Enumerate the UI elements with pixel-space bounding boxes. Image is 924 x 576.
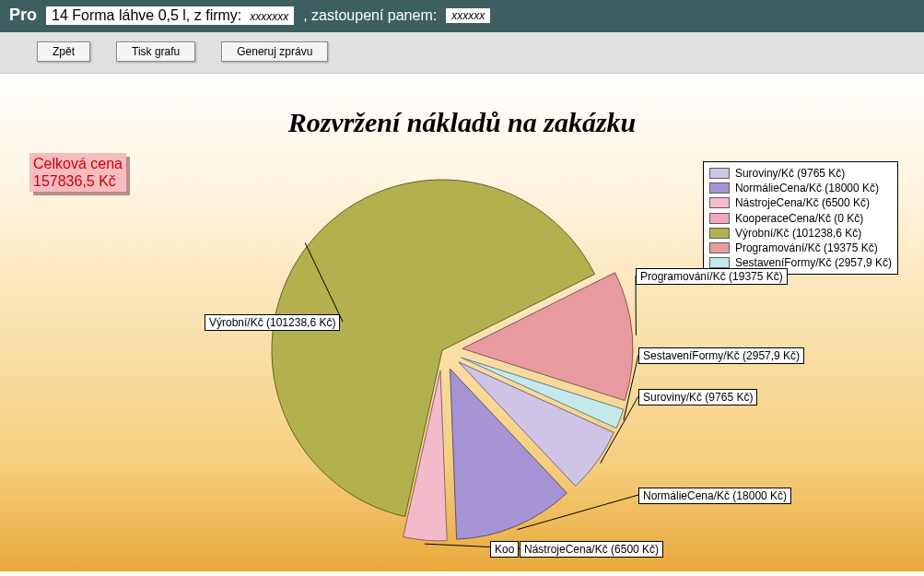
legend-item: Výrobní/Kč (101238,6 Kč) <box>709 226 892 241</box>
legend-item: KooperaceCena/Kč (0 Kč) <box>709 211 892 226</box>
slice-label: SestaveníFormy/Kč (2957,9 Kč) <box>638 347 804 364</box>
legend-swatch <box>709 213 730 224</box>
slice-label: Programování/Kč (19375 Kč) <box>636 268 788 285</box>
legend-label: NormálieCena/Kč (18000 Kč) <box>735 181 879 195</box>
legend: Suroviny/Kč (9765 Kč)NormálieCena/Kč (18… <box>703 161 898 275</box>
header-rep-field: xxxxxx <box>446 8 490 23</box>
slice-label: NormálieCena/Kč (18000 Kč) <box>638 488 791 504</box>
legend-swatch <box>709 197 730 208</box>
chart-title: Rozvržení nákladů na zakázku <box>0 107 924 138</box>
header-form-field: 14 Forma láhve 0,5 l, z firmy: xxxxxxx <box>46 6 294 25</box>
legend-swatch <box>709 168 730 179</box>
toolbar: Zpět Tisk grafu Generuj zprávu <box>0 32 924 74</box>
header-form-text: 14 Forma láhve 0,5 l, z firmy: <box>52 7 241 23</box>
chart-area: Rozvržení nákladů na zakázku Celková cen… <box>0 74 924 571</box>
legend-swatch <box>709 182 730 194</box>
legend-label: NástrojeCena/Kč (6500 Kč) <box>735 195 870 210</box>
print-chart-button[interactable]: Tisk grafu <box>116 41 195 62</box>
legend-label: Výrobní/Kč (101238,6 Kč) <box>735 226 861 241</box>
legend-label: KooperaceCena/Kč (0 Kč) <box>735 211 863 226</box>
total-price-box: Celková cena 157836,5 Kč <box>29 153 126 192</box>
back-button[interactable]: Zpět <box>37 41 90 62</box>
legend-label: Programování/Kč (19375 Kč) <box>735 241 878 255</box>
header-bar: Pro 14 Forma láhve 0,5 l, z firmy: xxxxx… <box>0 0 924 32</box>
legend-item: Suroviny/Kč (9765 Kč) <box>709 166 892 181</box>
legend-item: Programování/Kč (19375 Kč) <box>709 241 892 255</box>
header-pro: Pro <box>9 6 37 25</box>
legend-item: NormálieCena/Kč (18000 Kč) <box>709 181 892 195</box>
total-price-label: Celková cena <box>33 156 123 171</box>
slice-label: Výrobní/Kč (101238,6 Kč) <box>205 314 340 331</box>
legend-swatch <box>709 242 730 253</box>
slice-label: NástrojeCena/Kč (6500 Kč) <box>520 541 663 558</box>
legend-swatch <box>709 257 730 268</box>
header-rep-text: , zastoupení panem: <box>303 7 437 24</box>
total-price-value: 157836,5 Kč <box>33 173 116 189</box>
legend-item: NástrojeCena/Kč (6500 Kč) <box>709 195 892 210</box>
legend-label: Suroviny/Kč (9765 Kč) <box>735 166 845 181</box>
slice-label: Koo <box>490 541 519 558</box>
slice-label: Suroviny/Kč (9765 Kč) <box>638 389 757 406</box>
generate-report-button[interactable]: Generuj zprávu <box>221 41 328 62</box>
header-company-masked: xxxxxxx <box>250 10 288 23</box>
legend-swatch <box>709 228 730 239</box>
